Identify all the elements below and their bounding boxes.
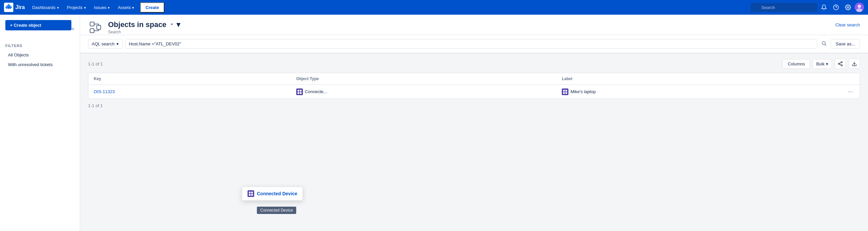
dashboards-chevron-icon — [57, 5, 59, 10]
svg-rect-35 — [251, 194, 253, 196]
nav-projects[interactable]: Projects — [64, 0, 89, 15]
cell-label: Mike's laptop — [556, 85, 841, 99]
help-button[interactable] — [831, 2, 841, 13]
query-search-button[interactable] — [820, 39, 828, 49]
svg-rect-10 — [90, 29, 94, 33]
bulk-button[interactable]: Bulk ▾ — [813, 59, 832, 69]
col-object-type: Object Type — [291, 73, 556, 85]
svg-rect-26 — [298, 92, 299, 93]
bulk-chevron-icon: ▾ — [826, 61, 828, 66]
results-area: 1-1 of 1 Columns Bulk ▾ — [80, 53, 868, 114]
svg-line-22 — [840, 62, 841, 63]
sidebar-top-row: + Create object « — [5, 20, 74, 37]
key-link[interactable]: OIS-11323 — [94, 89, 115, 94]
table-header-row: Key Object Type Label — [88, 73, 860, 85]
results-actions: Columns Bulk ▾ — [783, 59, 860, 69]
main-content: Objects in space ▾ Search Clear search A… — [80, 15, 868, 231]
svg-point-16 — [822, 42, 825, 45]
header-title-group: Objects in space ▾ Search — [108, 20, 180, 34]
columns-button[interactable]: Columns — [783, 59, 810, 69]
nav-issues[interactable]: Issues — [91, 0, 114, 15]
table-row: OIS-11323 — [88, 85, 860, 99]
nav-assets[interactable]: Assets — [115, 0, 137, 15]
col-label: Label — [556, 73, 841, 85]
create-button[interactable]: Create — [140, 2, 164, 13]
svg-rect-34 — [249, 194, 250, 196]
sidebar-item-all-objects[interactable]: All Objects — [5, 50, 74, 59]
clear-search-button[interactable]: Clear search — [835, 22, 860, 27]
connected-device-popup: Connected Device — [242, 186, 303, 201]
results-footer: 1-1 of 1 — [88, 99, 860, 108]
label-icon — [562, 88, 568, 95]
search-area: AQL search ▾ Save as... — [80, 35, 868, 53]
assets-chevron-icon — [132, 5, 134, 10]
header-subtitle: Search — [108, 30, 180, 34]
object-type-icon — [296, 88, 303, 95]
create-object-button[interactable]: + Create object — [5, 20, 71, 30]
results-table-container: Key Object Type Label OIS-11323 — [88, 73, 860, 99]
popup-label: Connected Device — [257, 191, 297, 196]
col-actions — [841, 73, 860, 85]
tooltip-label: Connected Device — [257, 207, 296, 214]
svg-rect-25 — [300, 89, 302, 91]
topnav: Jira Dashboards Projects Issues Assets C… — [0, 0, 868, 15]
col-key: Key — [88, 73, 291, 85]
svg-rect-32 — [249, 192, 250, 193]
collapse-sidebar-button[interactable]: « — [71, 26, 74, 32]
projects-chevron-icon — [84, 5, 86, 10]
issues-chevron-icon — [108, 5, 110, 10]
svg-point-5 — [847, 7, 849, 8]
app-layout: + Create object « FILTERS All Objects Wi… — [0, 15, 868, 231]
svg-point-19 — [838, 63, 840, 64]
cell-object-type: Connecte... — [291, 85, 556, 99]
query-input[interactable] — [125, 39, 817, 49]
user-avatar[interactable] — [855, 3, 864, 12]
cell-more: ··· — [841, 85, 860, 99]
export-button[interactable] — [849, 59, 860, 69]
export-icon — [851, 61, 857, 66]
main-header: Objects in space ▾ Search Clear search — [80, 15, 868, 35]
sidebar-item-unresolved-tickets[interactable]: With unresolved tickets — [5, 60, 74, 69]
svg-point-18 — [841, 61, 842, 63]
svg-rect-24 — [298, 89, 299, 91]
svg-rect-33 — [251, 192, 253, 193]
sidebar: + Create object « FILTERS All Objects Wi… — [0, 15, 80, 231]
results-count: 1-1 of 1 — [88, 61, 103, 66]
settings-button[interactable] — [843, 2, 853, 13]
nav-dashboards[interactable]: Dashboards — [29, 0, 62, 15]
more-actions-button[interactable]: ··· — [847, 88, 854, 95]
svg-point-20 — [841, 65, 842, 66]
share-button[interactable] — [835, 59, 846, 69]
svg-point-7 — [858, 5, 861, 8]
label-text: Mike's laptop — [570, 89, 595, 94]
search-wrapper — [751, 3, 817, 12]
svg-rect-30 — [563, 92, 565, 93]
svg-rect-9 — [90, 22, 94, 26]
results-header: 1-1 of 1 Columns Bulk ▾ — [88, 59, 860, 69]
schema-icon — [88, 20, 103, 35]
footer-count: 1-1 of 1 — [88, 103, 103, 108]
svg-rect-11 — [97, 25, 101, 29]
results-table: Key Object Type Label OIS-11323 — [88, 73, 860, 98]
save-as-button[interactable]: Save as... — [831, 39, 860, 49]
global-search-input[interactable] — [751, 3, 817, 12]
title-dropdown-icon[interactable]: ▾ — [169, 20, 180, 29]
jira-logo[interactable]: Jira — [4, 3, 25, 12]
svg-rect-27 — [300, 92, 302, 93]
aql-search-button[interactable]: AQL search ▾ — [88, 39, 122, 49]
svg-rect-31 — [565, 92, 567, 93]
page-title: Objects in space ▾ — [108, 20, 180, 29]
svg-rect-28 — [563, 89, 565, 91]
filters-label: FILTERS — [5, 44, 74, 48]
share-icon — [838, 61, 843, 66]
logo-text: Jira — [16, 4, 25, 10]
notifications-button[interactable] — [818, 2, 829, 13]
svg-line-17 — [825, 45, 826, 46]
popup-icon — [248, 190, 254, 197]
cell-key: OIS-11323 — [88, 85, 291, 99]
object-type-cell: Connecte... — [296, 88, 551, 95]
header-right: Clear search — [835, 22, 860, 33]
label-cell: Mike's laptop — [562, 88, 836, 95]
svg-rect-29 — [565, 89, 567, 91]
aql-chevron-icon: ▾ — [117, 41, 119, 47]
